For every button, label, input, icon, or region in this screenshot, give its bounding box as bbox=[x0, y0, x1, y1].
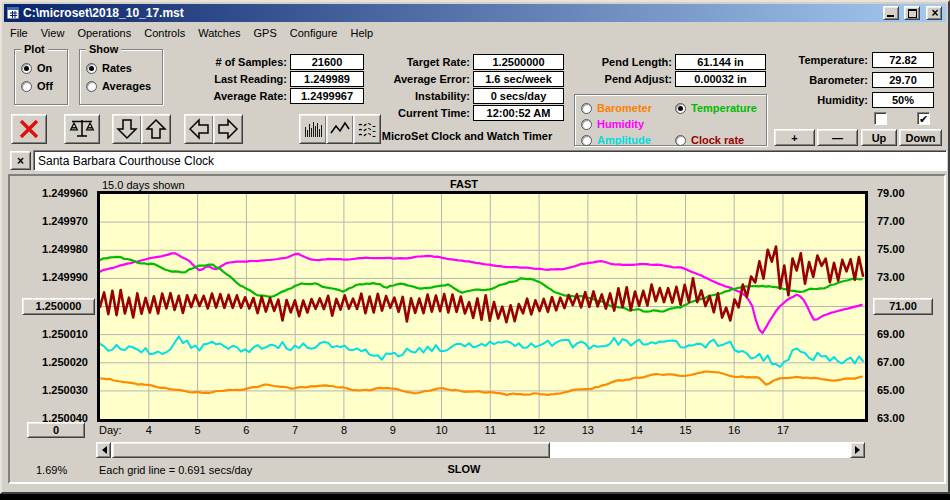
menu-configure[interactable]: Configure bbox=[284, 25, 345, 41]
left-axis-button[interactable]: 1.250000 bbox=[22, 298, 95, 315]
scrollbar-left-arrow[interactable] bbox=[96, 442, 111, 458]
sensor-temperature-radio[interactable] bbox=[675, 103, 686, 114]
sensor-clock-rate[interactable]: Clock rate bbox=[675, 134, 744, 146]
red-x-icon bbox=[16, 118, 42, 140]
grid-note: Each grid line = 0.691 secs/day bbox=[99, 464, 252, 476]
chart-scrollbar[interactable] bbox=[96, 442, 865, 458]
plot-on[interactable]: On bbox=[21, 62, 52, 74]
plot-off[interactable]: Off bbox=[21, 80, 53, 92]
right-axis-label-6: 67.00 bbox=[877, 356, 937, 368]
show-averages[interactable]: Averages bbox=[86, 80, 151, 92]
slow-label: SLOW bbox=[364, 463, 564, 475]
down-button[interactable]: Down bbox=[899, 129, 942, 146]
plot-off-radio[interactable] bbox=[21, 81, 32, 92]
down-arrow-icon bbox=[115, 117, 139, 141]
day-tick-4: 4 bbox=[137, 424, 161, 436]
line-view-button[interactable] bbox=[326, 114, 354, 144]
menu-bar: FileViewOperationsControlsWatchesGPSConf… bbox=[4, 23, 380, 41]
day-tick-5: 5 bbox=[186, 424, 210, 436]
scrollbar-thumb[interactable] bbox=[112, 442, 550, 458]
zero-button[interactable]: 0 bbox=[27, 422, 85, 438]
title-bar: C:\microset\2018_10_17.mst × bbox=[4, 4, 946, 22]
sensor-barometer-label: Barometer bbox=[597, 102, 652, 114]
menu-view[interactable]: View bbox=[35, 25, 72, 41]
plus-button[interactable]: + bbox=[774, 129, 815, 146]
show-averages-label: Averages bbox=[102, 80, 151, 92]
right-axis-label-1: 77.00 bbox=[877, 215, 937, 227]
app-icon bbox=[6, 6, 20, 20]
day-tick-15: 15 bbox=[673, 424, 697, 436]
sensor-barometer-radio[interactable] bbox=[581, 103, 592, 114]
env-value-1: 29.70 bbox=[872, 72, 934, 88]
samples-value-2: 1.2499967 bbox=[290, 88, 364, 104]
right-axis-label-3: 73.00 bbox=[877, 271, 937, 283]
env-value-0: 72.82 bbox=[872, 52, 934, 68]
left-axis-label-3: 1.249990 bbox=[10, 271, 88, 283]
delete-button[interactable] bbox=[11, 114, 47, 144]
day-tick-9: 9 bbox=[381, 424, 405, 436]
multi-line-view-button[interactable] bbox=[353, 114, 381, 144]
menu-controls[interactable]: Controls bbox=[138, 25, 192, 41]
day-tick-14: 14 bbox=[625, 424, 649, 436]
rate-value-2: 0 secs/day bbox=[473, 88, 564, 104]
up-arrow-icon bbox=[144, 117, 168, 141]
sensor-humidity[interactable]: Humidity bbox=[581, 118, 644, 130]
left-axis-label-7: 1.250030 bbox=[10, 384, 88, 396]
clear-name-button[interactable]: × bbox=[10, 151, 31, 170]
checkbox-0[interactable] bbox=[874, 112, 887, 125]
window-title: C:\microset\2018_10_17.mst bbox=[23, 6, 184, 20]
plot-on-radio[interactable] bbox=[21, 63, 32, 74]
right-axis-label-5: 69.00 bbox=[877, 328, 937, 340]
shift-right-button[interactable] bbox=[213, 114, 243, 144]
left-axis-label-5: 1.250010 bbox=[10, 328, 88, 340]
minimize-button[interactable] bbox=[883, 6, 899, 20]
env-label-1: Barometer: bbox=[760, 74, 868, 86]
balance-button[interactable] bbox=[64, 114, 100, 144]
scrollbar-right-arrow[interactable] bbox=[850, 442, 865, 458]
shift-down-button[interactable] bbox=[112, 114, 142, 144]
minus-button[interactable]: — bbox=[817, 129, 858, 146]
menu-operations[interactable]: Operations bbox=[71, 25, 138, 41]
show-rates-radio[interactable] bbox=[86, 63, 97, 74]
plot-group-label: Plot bbox=[21, 43, 48, 55]
close-button[interactable]: × bbox=[926, 6, 942, 20]
menu-file[interactable]: File bbox=[4, 25, 35, 41]
show-averages-radio[interactable] bbox=[86, 81, 97, 92]
menu-watches[interactable]: Watches bbox=[192, 25, 247, 41]
samples-value-0: 21600 bbox=[290, 54, 364, 70]
left-axis-label-6: 1.250020 bbox=[10, 356, 88, 368]
maximize-button[interactable] bbox=[904, 6, 920, 20]
clock-name-input[interactable] bbox=[33, 150, 947, 171]
right-axis-label-0: 79.00 bbox=[877, 187, 937, 199]
day-tick-16: 16 bbox=[722, 424, 746, 436]
days-shown-label: 15.0 days shown bbox=[102, 179, 185, 191]
right-axis-label-8: 63.00 bbox=[877, 412, 937, 424]
samples-label-0: # of Samples: bbox=[162, 56, 287, 68]
menu-gps[interactable]: GPS bbox=[248, 25, 284, 41]
shift-up-button[interactable] bbox=[141, 114, 171, 144]
sensor-humidity-radio[interactable] bbox=[581, 119, 592, 130]
shift-left-button[interactable] bbox=[184, 114, 214, 144]
right-axis-button[interactable]: 71.00 bbox=[873, 298, 933, 315]
sensor-barometer[interactable]: Barometer bbox=[581, 102, 652, 114]
pend-value-0: 61.144 in bbox=[675, 54, 766, 70]
wavy-lines-icon bbox=[356, 118, 378, 140]
rate-label-2: Instability: bbox=[360, 90, 470, 102]
menu-help[interactable]: Help bbox=[345, 25, 381, 41]
sensor-temperature[interactable]: Temperature bbox=[675, 102, 757, 114]
sensor-amplitude-radio[interactable] bbox=[581, 135, 592, 146]
plot-on-label: On bbox=[37, 62, 52, 74]
rate-label-0: Target Rate: bbox=[360, 56, 470, 68]
sensor-temperature-label: Temperature bbox=[691, 102, 757, 114]
fast-label: FAST bbox=[364, 178, 564, 190]
sensor-amplitude[interactable]: Amplitude bbox=[581, 134, 651, 146]
sensor-clock-rate-radio[interactable] bbox=[675, 135, 686, 146]
show-rates[interactable]: Rates bbox=[86, 62, 132, 74]
checkbox-1[interactable]: ✔ bbox=[917, 112, 930, 125]
left-axis-label-2: 1.249980 bbox=[10, 243, 88, 255]
histogram-view-button[interactable] bbox=[299, 114, 327, 144]
right-axis-label-2: 75.00 bbox=[877, 243, 937, 255]
left-triangle-icon bbox=[98, 446, 107, 454]
up-button[interactable]: Up bbox=[861, 129, 897, 146]
zigzag-line-icon bbox=[329, 118, 351, 140]
